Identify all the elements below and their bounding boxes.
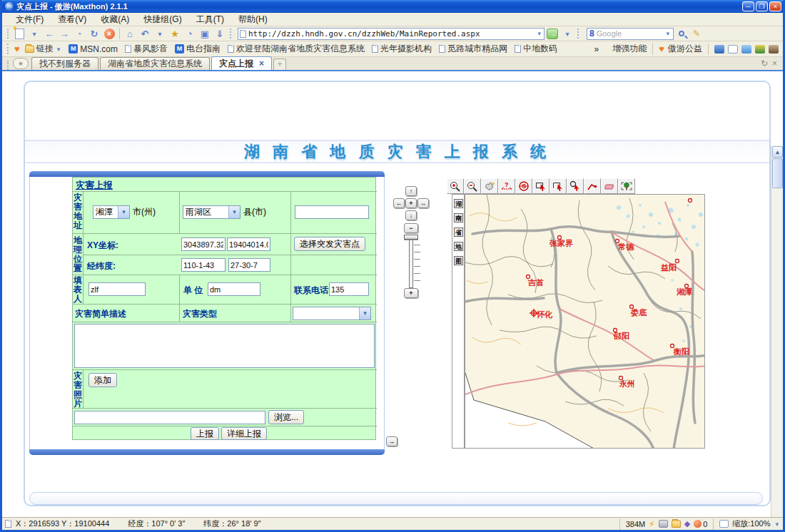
phone-input[interactable] [329,282,369,296]
pen-icon[interactable] [755,45,765,53]
restore-button[interactable]: ❐ [756,1,768,11]
map-select-box-button[interactable] [550,178,567,194]
zoom-out-step-button[interactable]: − [404,223,418,233]
pan-left-button[interactable]: ← [393,198,405,208]
charity-button[interactable]: 傲游公益 [668,43,702,55]
address-bar[interactable]: ▾ [238,28,545,40]
unit-input[interactable] [208,282,260,296]
description-textarea[interactable] [74,324,375,368]
layer-chip-hu[interactable]: 湖 [454,199,463,208]
tab-close-icon[interactable]: × [259,58,264,68]
map-measure-distance-button[interactable]: ? [498,178,515,194]
detail-submit-button[interactable]: 详细上报 [221,427,267,440]
close-tab-button[interactable]: × [772,58,777,68]
vertical-scrollbar[interactable]: ▲ ▼ [771,145,783,532]
search-button[interactable] [674,27,689,40]
notes-icon[interactable] [741,45,751,53]
stop-button[interactable]: × [102,27,116,40]
zoom-slider-track[interactable] [409,235,413,288]
go-button[interactable]: → [545,27,559,40]
pan-down-button[interactable]: ↓ [405,210,417,220]
submit-button[interactable]: 上报 [191,427,219,440]
pan-up-button[interactable]: ↑ [405,186,417,196]
frames-button[interactable]: ▣ [198,27,212,40]
menu-groups[interactable]: 快捷组(G) [137,13,188,26]
address-input[interactable] [248,29,534,39]
map-zoom-out-button[interactable] [464,178,481,194]
tab-server-not-found[interactable]: 找不到服务器 [31,57,98,70]
window-resize-icon[interactable] [719,520,729,528]
bookmarks-overflow-button[interactable]: » [594,44,599,54]
latitude-input[interactable] [228,258,270,272]
city-select[interactable]: 湘潭 ▾ [93,205,130,219]
address-detail-input[interactable] [295,205,369,219]
new-page-dropdown[interactable]: ▾ [27,27,41,40]
search-engine-dropdown[interactable]: ▾ [664,30,671,37]
pan-center-button[interactable]: + [405,198,417,208]
layer-chip-di[interactable]: 地 [454,242,463,251]
undo-dropdown[interactable]: ▾ [153,27,167,40]
address-dropdown-icon[interactable]: ▾ [536,30,542,37]
download-button[interactable]: ⇓ [213,27,227,40]
recently-closed-button[interactable]: ↻ [761,58,768,68]
tab-disaster-report[interactable]: 灾点上报 × [211,56,272,70]
zoom-in-step-button[interactable]: + [404,288,418,298]
browse-button[interactable]: 浏览... [268,410,304,424]
monitor-icon[interactable] [714,45,724,53]
scroll-thumb[interactable] [772,158,783,188]
zoom-slider-handle[interactable] [404,235,418,240]
longitude-input[interactable] [181,258,226,272]
links-folder[interactable]: 链接 ▾ [23,42,64,56]
window-icon[interactable] [728,45,738,53]
layer-chip-sheng[interactable]: 省 [454,227,463,237]
bookmark-storm[interactable]: 暴风影音 [123,42,170,56]
bookmark-radio[interactable]: M电台指南 [173,42,223,56]
map-zoom-box-button[interactable] [532,178,550,194]
bookmark-hunan-geo[interactable]: 欢迎登陆湖南省地质灾害信息系统 [226,42,367,56]
enhance-button[interactable]: 增强功能 [612,43,647,55]
x-coordinate-input[interactable] [181,237,226,251]
menu-tools[interactable]: 工具(T) [190,13,231,26]
history-button[interactable]: ◔ [183,27,197,40]
map-full-extent-button[interactable] [618,178,635,194]
history-dropdown-button[interactable]: ◔ [72,27,86,40]
close-button[interactable]: × [769,1,781,11]
pick-disaster-point-button[interactable]: 选择突发灾害点 [294,237,365,251]
go-dropdown[interactable]: ▾ [560,27,574,40]
folder-status-icon[interactable] [672,521,681,528]
magic-fill-button[interactable]: ★ [168,27,182,40]
bookmark-zhongdi[interactable]: 中地数码 [512,42,559,56]
layer-chip-tu[interactable]: 图 [454,256,463,265]
menu-help[interactable]: 帮助(H) [232,13,274,26]
map-canvas[interactable]: 张家界 常德 益阳 湘潭 吉首 怀化 娄底 邵阳 衡阳 永州 [465,194,705,449]
menu-favorites[interactable]: 收藏(A) [94,13,136,26]
printer-icon[interactable] [659,520,668,528]
flash-icon[interactable]: ⚡ [649,519,654,529]
bookmark-photo[interactable]: 光年摄影机构 [370,42,434,56]
pan-next-button[interactable]: → [386,436,397,446]
county-select[interactable]: 雨湖区 ▾ [183,205,240,219]
new-tab-button[interactable]: + [273,58,286,70]
popup-blocker[interactable]: 0 [694,520,707,528]
map-pan-button[interactable] [481,178,498,194]
map-measure-area-button[interactable]: S [515,178,532,194]
tab-hunan-geo-system[interactable]: 湖南省地质灾害信息系统 [100,57,210,70]
menu-view[interactable]: 查看(V) [51,13,93,26]
back-button[interactable]: ← [42,27,56,40]
pan-right-button[interactable]: → [417,198,429,208]
filler-name-input[interactable] [88,282,146,296]
refresh-button[interactable]: ↻ [87,27,101,40]
add-photo-button[interactable]: 添加 [88,373,117,387]
undo-button[interactable]: ↶ [138,27,152,40]
disaster-type-select[interactable]: ▾ [293,307,371,320]
map-identify-button[interactable] [567,178,584,194]
home-button[interactable]: ⌂ [123,27,137,40]
scroll-up-button[interactable]: ▲ [772,146,783,158]
new-page-button[interactable] [12,27,26,40]
plugin-diamond-icon[interactable]: ◆ [684,519,690,528]
map-eraser-button[interactable] [601,178,618,194]
favorites-panel-button[interactable]: ★ [13,58,29,69]
zoom-dropdown-icon[interactable]: ▾ [774,521,780,528]
minimize-button[interactable]: ─ [742,1,754,11]
favorites-heart-icon[interactable]: ♥ [14,44,20,54]
